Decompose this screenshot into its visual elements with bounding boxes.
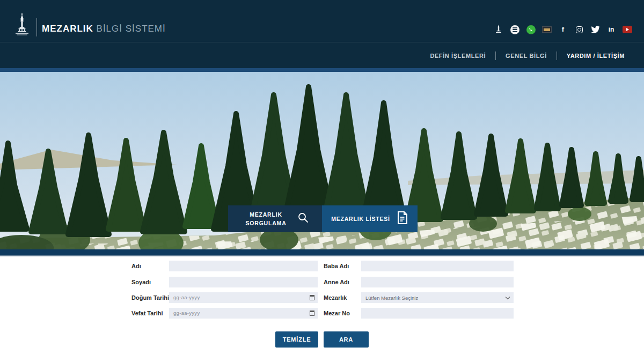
mezarlik-label: Mezarlık xyxy=(324,294,347,301)
vefat-tarihi-label: Vefat Tarihi xyxy=(131,310,163,316)
search-icon xyxy=(297,212,309,226)
twitter-icon[interactable] xyxy=(590,25,600,34)
calendar-icon[interactable] xyxy=(310,311,314,316)
izmir-clock-tower-logo xyxy=(13,13,31,36)
linkedin-icon[interactable]: in xyxy=(606,25,616,34)
dogum-tarihi-field[interactable]: gg-aa-yyyy xyxy=(169,292,318,303)
dogum-tarihi-placeholder: gg-aa-yyyy xyxy=(173,294,200,300)
nav-yardim-iletisim[interactable]: YARDIM / İLETİŞİM xyxy=(557,53,634,59)
baba-adi-input[interactable] xyxy=(361,261,514,271)
ara-button[interactable]: ARA xyxy=(324,331,369,348)
header-top: MEZARLIK BİLGİ SİSTEMİ xyxy=(0,0,644,42)
chevron-down-icon xyxy=(506,295,510,299)
mezar-no-label: Mezar No xyxy=(324,310,350,316)
adi-label: Adı xyxy=(131,263,141,269)
tab-mezarlik-sorgulama[interactable]: MEZARLIK SORGULAMA xyxy=(228,205,322,232)
brand-divider xyxy=(36,18,37,36)
anne-adi-label: Anne Adı xyxy=(324,279,349,285)
app-title-bold: MEZARLIK xyxy=(42,24,93,34)
anne-adi-field[interactable] xyxy=(361,277,514,287)
app-title-light: BİLGİ SİSTEMİ xyxy=(97,24,166,34)
whatsapp-icon[interactable] xyxy=(526,25,536,34)
app-title: MEZARLIK BİLGİ SİSTEMİ xyxy=(42,24,166,34)
tab-mezarlik-sorgulama-label: MEZARLIK SORGULAMA xyxy=(241,210,291,228)
nav-defin-islemleri[interactable]: DEFİN İŞLEMLERİ xyxy=(420,53,495,59)
facebook-icon[interactable]: f xyxy=(558,25,568,34)
nav-genel-bilgi[interactable]: GENEL BİLGİ xyxy=(496,53,557,59)
adi-field[interactable] xyxy=(169,261,318,271)
baba-adi-field[interactable] xyxy=(361,261,514,271)
adi-input[interactable] xyxy=(169,261,318,271)
mezarlik-select-value: Lütfen Mezarlık Seçiniz xyxy=(365,295,418,301)
mezar-no-input[interactable] xyxy=(361,308,514,319)
tab-mezarlik-listesi[interactable]: MEZARLIK LİSTESİ xyxy=(322,205,418,232)
mezar-no-field[interactable] xyxy=(361,308,514,319)
anne-adi-input[interactable] xyxy=(361,277,514,287)
izmir-tower-icon[interactable] xyxy=(494,25,503,34)
hero-tabs: MEZARLIK SORGULAMA MEZARLIK LİSTESİ xyxy=(228,205,418,232)
temizle-button[interactable]: TEMİZLE xyxy=(275,331,318,348)
youtube-icon[interactable] xyxy=(623,25,632,34)
vefat-tarihi-placeholder: gg-aa-yyyy xyxy=(173,310,200,316)
tab-mezarlik-listesi-label: MEZARLIK LİSTESİ xyxy=(331,215,390,223)
header: MEZARLIK BİLGİ SİSTEMİ xyxy=(0,0,644,68)
mezarlik-select[interactable]: Lütfen Mezarlık Seçiniz xyxy=(361,292,514,303)
document-icon xyxy=(397,211,408,227)
soyadi-label: Soyadı xyxy=(131,279,151,285)
flag-icon[interactable] xyxy=(542,25,552,34)
main-nav: DEFİN İŞLEMLERİ GENEL BİLGİ YARDIM / İLE… xyxy=(420,50,634,62)
divider-band xyxy=(0,249,644,256)
soyadi-field[interactable] xyxy=(169,277,318,287)
municipality-circle-icon[interactable] xyxy=(510,25,519,34)
dogum-tarihi-label: Doğum Tarihi xyxy=(131,294,169,301)
page: MEZARLIK BİLGİ SİSTEMİ xyxy=(0,0,644,362)
social-icon-bar: f in xyxy=(494,25,632,34)
baba-adi-label: Baba Adı xyxy=(324,263,349,269)
instagram-icon[interactable] xyxy=(574,25,584,34)
vefat-tarihi-field[interactable]: gg-aa-yyyy xyxy=(169,308,318,319)
soyadi-input[interactable] xyxy=(169,277,318,287)
calendar-icon[interactable] xyxy=(310,295,314,300)
